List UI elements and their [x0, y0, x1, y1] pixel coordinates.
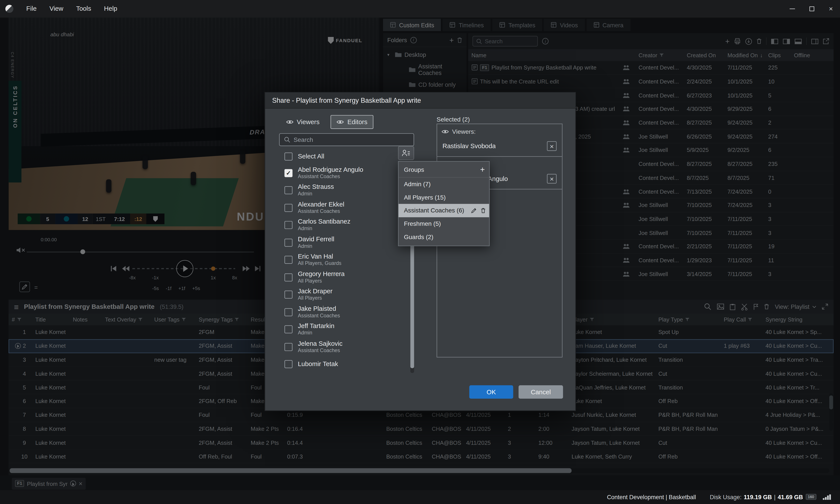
- user-checkbox[interactable]: [285, 291, 293, 299]
- user-checkbox[interactable]: [285, 186, 293, 195]
- user-name: Gregory Herrera: [298, 271, 345, 278]
- user-group-icon: [402, 149, 410, 157]
- user-checkbox[interactable]: [285, 221, 293, 229]
- user-checkbox[interactable]: [285, 238, 293, 247]
- user-name: Carlos Santibanez: [298, 219, 350, 226]
- menubar: FileViewToolsHelp ×: [0, 0, 840, 18]
- user-row[interactable]: Eric Van Hal All Players, Guards: [279, 251, 414, 269]
- user-row[interactable]: Carlos Santibanez Admin: [279, 216, 414, 234]
- delete-group-icon[interactable]: [480, 208, 486, 214]
- user-name: Abel Rodriguez Angulo: [298, 166, 363, 174]
- group-item[interactable]: Guards (2): [399, 230, 489, 244]
- maximize-button[interactable]: [808, 5, 815, 13]
- close-button[interactable]: ×: [827, 5, 835, 13]
- bitrate-indicator: 160: [806, 494, 816, 500]
- user-row[interactable]: Jelena Sajkovic Assistant Coaches: [279, 338, 414, 356]
- signal-bars-icon: [823, 494, 831, 500]
- select-all-row[interactable]: Select All: [279, 149, 392, 163]
- user-row[interactable]: Jake Plaisted Assistant Coaches: [279, 303, 414, 321]
- menu-item[interactable]: Tools: [70, 0, 98, 18]
- share-search-input[interactable]: Search: [279, 133, 414, 146]
- remove-user-icon[interactable]: ×: [547, 141, 556, 151]
- window-controls: ×: [789, 0, 835, 18]
- user-name: Alec Strauss: [298, 184, 334, 191]
- select-all-label: Select All: [298, 152, 324, 160]
- user-checkbox[interactable]: [285, 308, 293, 316]
- user-checkbox[interactable]: [285, 360, 293, 368]
- edit-group-icon[interactable]: [471, 208, 477, 214]
- eye-pencil-icon: [286, 119, 293, 125]
- menu-items: FileViewToolsHelp: [20, 0, 124, 18]
- search-placeholder: Search: [294, 137, 313, 143]
- user-name: Eric Van Hal: [298, 253, 341, 261]
- group-label: Freshmen (5): [404, 220, 441, 227]
- user-name: David Ferrell: [298, 236, 335, 243]
- groups-title: Groups: [404, 166, 480, 173]
- team-context[interactable]: Content Development | Basketball: [607, 490, 696, 504]
- user-row[interactable]: Gregory Herrera All Players: [279, 269, 414, 286]
- ok-button[interactable]: OK: [469, 385, 513, 399]
- user-checkbox[interactable]: [285, 273, 293, 281]
- user-checkbox[interactable]: [285, 256, 293, 264]
- group-item[interactable]: All Players (15): [399, 191, 489, 204]
- user-row[interactable]: Abel Rodriguez Angulo Assistant Coaches: [279, 164, 414, 182]
- user-checkbox[interactable]: [285, 204, 293, 212]
- user-name: Alexander Ekkel: [298, 201, 344, 209]
- user-name: Jack Draper: [298, 288, 332, 295]
- user-row[interactable]: David Ferrell Admin: [279, 234, 414, 251]
- user-roles: Assistant Coaches: [298, 174, 363, 180]
- minimize-button[interactable]: [789, 5, 796, 13]
- groups-list: Admin (7) All Players (15): [399, 178, 489, 244]
- user-row[interactable]: Lubomir Tetak: [279, 356, 414, 373]
- user-name: Jeff Tartarkin: [298, 323, 335, 330]
- share-tab[interactable]: Editors: [331, 115, 373, 129]
- group-item[interactable]: Admin (7): [399, 178, 489, 191]
- add-group-icon[interactable]: +: [480, 165, 485, 174]
- user-checkbox[interactable]: [285, 343, 293, 351]
- user-roles: Assistant Coaches: [298, 209, 344, 214]
- user-roles: Assistant Coaches: [298, 313, 340, 319]
- groups-popup: Groups + Admin (7) All Players (15): [398, 161, 490, 246]
- app-window: FileViewToolsHelp × DRAFTKINGS ON CELTIC…: [0, 0, 840, 504]
- cancel-button[interactable]: Cancel: [518, 385, 563, 399]
- user-name: Lubomir Tetak: [298, 361, 338, 368]
- selected-title: Selected (2): [436, 116, 470, 122]
- share-tab-label: Viewers: [297, 118, 320, 126]
- user-roles: Admin: [298, 243, 335, 249]
- remove-user-icon[interactable]: ×: [547, 174, 556, 184]
- groups-button[interactable]: [398, 146, 414, 160]
- user-roles: Admin: [298, 330, 335, 336]
- selected-user-name: Rastislav Svoboda: [442, 142, 496, 150]
- menu-item[interactable]: Help: [98, 0, 124, 18]
- user-roles: Admin: [298, 191, 334, 197]
- status-bar: Content Development | Basketball Disk Us…: [0, 490, 840, 504]
- selected-items: Rastislav Svoboda ×: [441, 139, 558, 153]
- user-row[interactable]: Jack Draper All Players: [279, 286, 414, 304]
- app-logo-icon: [5, 5, 13, 13]
- group-label: Admin (7): [404, 181, 431, 187]
- share-tab-label: Editors: [347, 118, 367, 126]
- share-dialog: Share - Playlist from Synergy Basketball…: [264, 92, 576, 411]
- user-roles: Assistant Coaches: [298, 348, 342, 354]
- menu-item[interactable]: View: [43, 0, 70, 18]
- select-all-checkbox[interactable]: [285, 152, 293, 160]
- group-label: All Players (15): [404, 194, 446, 200]
- user-roles: All Players: [298, 295, 332, 301]
- eye-pencil-icon: [337, 119, 344, 125]
- share-tab[interactable]: Viewers: [280, 115, 325, 129]
- user-row[interactable]: Alexander Ekkel Assistant Coaches: [279, 199, 414, 217]
- user-checkbox[interactable]: [285, 169, 293, 177]
- section-label: Viewers:: [452, 128, 476, 135]
- group-label: Assistant Coaches (6): [404, 208, 464, 214]
- group-item[interactable]: Assistant Coaches (6): [399, 204, 489, 217]
- user-row[interactable]: Alec Strauss Admin: [279, 182, 414, 199]
- user-name: Jake Plaisted: [298, 306, 340, 313]
- user-roles: All Players: [298, 278, 345, 284]
- disk-usage: Disk Usage: 119.19 GB | 41.69 GB: [710, 490, 803, 504]
- selected-user: Rastislav Svoboda ×: [441, 139, 558, 153]
- user-checkbox[interactable]: [285, 325, 293, 334]
- group-item[interactable]: Freshmen (5): [399, 217, 489, 230]
- menu-item[interactable]: File: [20, 0, 43, 18]
- group-label: Guards (2): [404, 234, 433, 240]
- user-row[interactable]: Jeff Tartarkin Admin: [279, 321, 414, 338]
